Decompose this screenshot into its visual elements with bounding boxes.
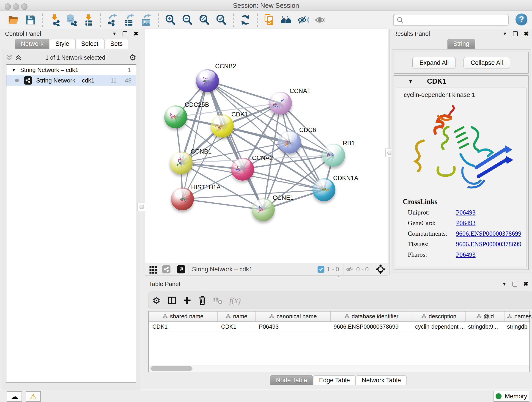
warnings-button[interactable]: ⚠ [26, 391, 41, 402]
table-cell[interactable]: 9606.ENSP00000378699 [330, 322, 412, 332]
crosslink-link[interactable]: 9606.ENSP00000378699 [456, 230, 521, 237]
collapse-all-button[interactable]: Collapse All [463, 57, 510, 69]
collapse-triangle-icon[interactable]: ▼ [12, 67, 16, 73]
network-node-CDKN1A[interactable] [312, 178, 336, 201]
panel-menu-icon[interactable]: ▼ [112, 31, 117, 36]
gene-header[interactable]: ▼ CDK1 [394, 76, 528, 87]
tab-edge-table[interactable]: Edge Table [313, 375, 355, 385]
tab-network[interactable]: Network [15, 39, 49, 49]
table-cell[interactable]: P06493 [255, 322, 330, 332]
tab-select[interactable]: Select [75, 39, 104, 49]
protein-thumbnail-icon [317, 184, 331, 196]
column-header-description[interactable]: description [412, 312, 466, 321]
tab-node-table[interactable]: Node Table [270, 375, 313, 385]
crosslink-link[interactable]: P06493 [456, 251, 476, 258]
network-node-CDC25B[interactable] [164, 105, 187, 128]
close-panel-icon[interactable]: ✖ [133, 30, 138, 37]
panel-menu-icon[interactable]: ▼ [502, 31, 507, 36]
tab-network-table[interactable]: Network Table [356, 375, 407, 385]
column-header-database-identifier[interactable]: database identifier [331, 312, 412, 321]
zoom-fit-icon[interactable] [198, 13, 211, 27]
import-table-icon[interactable] [82, 13, 95, 27]
table-cell[interactable]: cyclin-dependent ... [412, 322, 464, 332]
hide-selected-icon[interactable] [297, 13, 310, 27]
delete-table-icon[interactable] [213, 297, 222, 304]
birdseye-view-icon[interactable] [177, 265, 185, 274]
network-badge-icon[interactable] [162, 265, 171, 274]
import-network-icon[interactable] [48, 13, 61, 27]
function-builder-icon[interactable]: f(x) [229, 296, 241, 305]
open-session-icon[interactable] [7, 13, 20, 27]
column-header-shared-name[interactable]: shared name [149, 312, 218, 321]
expand-all-button[interactable]: Expand All [412, 57, 456, 69]
table-cell[interactable]: CDK1 [217, 322, 255, 332]
tab-sets[interactable]: Sets [104, 39, 128, 49]
import-database-icon[interactable] [65, 13, 78, 27]
table-cell[interactable]: stringdb [503, 322, 532, 332]
network-node-CCNB1[interactable] [170, 152, 193, 174]
network-node-RB1[interactable] [322, 144, 345, 167]
left-splitter-handle[interactable] [138, 203, 146, 211]
network-node-HIST1H1A[interactable] [171, 187, 194, 211]
network-node-CCNB2[interactable] [196, 69, 219, 92]
help-icon[interactable]: ? [515, 13, 527, 26]
export-table-icon[interactable] [123, 13, 136, 27]
table-cell[interactable]: stringdb:9... [464, 322, 503, 332]
zoom-out-icon[interactable] [181, 13, 194, 27]
delete-column-trash-icon[interactable] [198, 296, 206, 305]
network-node-CDK1[interactable] [211, 115, 234, 138]
network-options-gear-icon[interactable]: ⚙ [129, 53, 136, 62]
export-network-icon[interactable] [106, 13, 119, 27]
crosslink-link[interactable]: 9606.ENSP00000378699 [456, 240, 521, 248]
tab-style[interactable]: Style [50, 39, 75, 49]
collapse-triangle-icon[interactable]: ▼ [408, 79, 413, 84]
home-icon[interactable] [280, 13, 293, 27]
network-node-CCNE1[interactable] [252, 198, 275, 221]
show-columns-icon[interactable] [167, 296, 176, 305]
network-node-CCNA2[interactable] [231, 158, 254, 181]
show-all-icon[interactable] [314, 13, 327, 27]
table-cell[interactable]: CDK1 [149, 322, 217, 332]
column-header-namespac[interactable]: namespac [505, 312, 532, 321]
hidden-eye-icon[interactable] [345, 266, 354, 273]
save-session-icon[interactable] [24, 13, 37, 27]
float-panel-icon[interactable] [513, 32, 518, 36]
column-header-name[interactable]: name [218, 312, 256, 321]
memory-button[interactable]: Memory [494, 391, 529, 402]
grid-view-icon[interactable] [149, 265, 158, 274]
zoom-in-icon[interactable] [164, 13, 177, 27]
network-collection-row[interactable]: ▼ String Network – cdk1 1 [6, 65, 136, 75]
cloud-status-button[interactable]: ☁ [7, 391, 22, 402]
panel-menu-icon[interactable]: ▼ [502, 281, 507, 287]
collapse-all-networks-icon[interactable] [6, 55, 13, 61]
zoom-selected-icon[interactable] [215, 13, 228, 27]
selected-checkbox-icon[interactable] [317, 266, 324, 273]
network-node-CCNA1[interactable] [269, 92, 292, 115]
column-header-@id[interactable]: @id [466, 312, 505, 321]
create-column-plus-icon[interactable] [183, 296, 191, 305]
fit-selected-crosshair-icon[interactable] [376, 264, 385, 274]
crosslink-link[interactable]: P06493 [456, 219, 476, 227]
scrollbar-thumb[interactable] [151, 366, 192, 371]
protein-structure-image [403, 100, 519, 197]
tab-string[interactable]: String [447, 39, 475, 49]
export-image-icon[interactable] [140, 13, 153, 27]
float-panel-icon[interactable] [123, 32, 127, 36]
network-node-CDC6[interactable] [278, 131, 301, 153]
table-horizontal-scrollbar[interactable] [149, 365, 530, 372]
close-panel-icon[interactable]: ✖ [523, 281, 528, 288]
expand-all-networks-icon[interactable] [15, 55, 22, 61]
new-network-from-selection-icon[interactable] [263, 13, 276, 27]
crosslink-link[interactable]: P06493 [456, 209, 476, 216]
search-field[interactable] [406, 15, 506, 24]
network-row-selected[interactable]: String Network – cdk1 11 48 [6, 75, 136, 86]
refresh-icon[interactable] [239, 13, 252, 27]
left-splitter[interactable] [144, 29, 144, 275]
float-panel-icon[interactable] [513, 282, 517, 287]
network-view[interactable]: CCNB2CCNA1CDC25BCDK1CDC6RB1CCNB1CCNA2CDK… [145, 29, 388, 263]
table-options-gear-icon[interactable]: ⚙ [152, 295, 161, 306]
search-input[interactable] [393, 14, 509, 26]
column-header-canonical-name[interactable]: canonical name [256, 312, 331, 321]
table-row[interactable]: CDK1CDK1P064939606.ENSP00000378699cyclin… [149, 322, 530, 332]
close-panel-icon[interactable]: ✖ [524, 30, 529, 37]
